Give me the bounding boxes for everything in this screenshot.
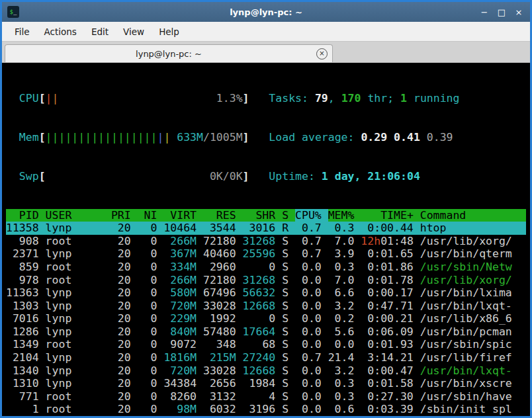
column-header-cpu[interactable]: CPU%	[295, 209, 328, 222]
tab-active[interactable]: lynp@lyn-pc: ~ ×	[5, 44, 333, 62]
process-row[interactable]: 908root200266M7218031268S0.77.012h01:48/…	[6, 235, 526, 248]
cell-shr: 31268	[243, 235, 283, 248]
menu-view[interactable]: View	[116, 23, 152, 40]
cell-virt: 720M	[163, 300, 203, 313]
cell-cmd: /sbin/init spl	[420, 403, 526, 416]
process-row[interactable]: 1310lynp2003438426561984S0.00.30:01.58/u…	[6, 377, 526, 390]
menu-actions[interactable]: Actions	[37, 23, 84, 40]
menu-file[interactable]: File	[7, 23, 37, 40]
cell-mem: 3.2	[328, 300, 361, 313]
mem-meter-open-bracket: [	[39, 131, 46, 144]
column-header-time[interactable]: TIME+	[361, 209, 420, 222]
process-row[interactable]: 2104lynp2001816M215M27240S0.721.43:14.21…	[6, 351, 526, 364]
mem-bar-segment: |	[157, 131, 164, 144]
cell-user: root	[46, 261, 111, 274]
cell-cmd: /usr/bin/lxqt-	[420, 300, 526, 313]
process-row[interactable]: 2371lynp200367M4046025596S0.73.90:01.65/…	[6, 247, 526, 261]
mem-bar-segment: |	[163, 131, 170, 144]
cell-mem: 6.6	[328, 286, 361, 300]
running-count: 1	[400, 92, 407, 104]
cell-virt: 34384	[163, 377, 203, 390]
cell-s: S	[282, 247, 295, 261]
cell-shr: 4	[243, 390, 283, 403]
cell-mem: 0.3	[328, 222, 361, 235]
column-header-mem[interactable]: MEM%	[328, 209, 361, 222]
cell-cpu: 0.7	[295, 351, 328, 364]
process-row[interactable]: 11363lynp200580M6749656632S0.06.60:00.17…	[6, 286, 526, 300]
cell-time: 0:01.78	[361, 274, 420, 287]
column-header-cmd[interactable]: Command	[420, 209, 526, 222]
cell-virt: 367M	[163, 247, 203, 261]
terminal[interactable]: CPU[||1.3%] Mem[|||||||||||||||||||633M/…	[2, 63, 530, 416]
cell-cmd: /usr/bin/qterm	[420, 247, 526, 261]
cell-time: 0:00.21	[361, 312, 420, 325]
process-row-selected[interactable]: 11358lynp2001046435443016R0.70.30:00.44h…	[6, 222, 526, 235]
close-button[interactable]: ×	[514, 8, 523, 17]
threads-label: thr	[361, 92, 387, 104]
minimize-button[interactable]: −	[480, 8, 489, 17]
tasks-label: Tasks:	[269, 92, 315, 104]
cell-s: S	[282, 300, 295, 313]
cell-shr: 56632	[243, 286, 283, 300]
cell-ni: 0	[138, 222, 164, 235]
cell-user: root	[46, 338, 111, 351]
cell-cmd: /usr/bin/lxqt-	[420, 364, 526, 378]
cell-cmd: /usr/lib/xorg/	[420, 274, 526, 287]
process-row[interactable]: 771root200826031324S0.00.30:27.30/usr/sb…	[6, 390, 526, 403]
column-header-shr[interactable]: SHR	[243, 209, 283, 222]
column-header-res[interactable]: RES	[203, 209, 243, 222]
cell-ni: 0	[138, 261, 164, 274]
process-row[interactable]: 1286lynp200840M5748017664S0.05.60:06.09/…	[6, 325, 526, 339]
cell-pri: 20	[111, 261, 138, 274]
cell-pri: 20	[111, 403, 138, 416]
maximize-button[interactable]: □	[497, 8, 506, 17]
column-header-pri[interactable]: PRI	[111, 209, 138, 222]
cpu-meter: CPU[||1.3%]	[6, 92, 249, 105]
cell-ni: 0	[138, 274, 164, 287]
menu-help[interactable]: Help	[152, 23, 187, 40]
tab-close-icon[interactable]: ×	[316, 48, 328, 60]
title-bar[interactable]: $_ lynp@lyn-pc: ~ − □ ×	[2, 2, 530, 22]
menu-edit[interactable]: Edit	[84, 23, 116, 40]
cell-user: lynp	[46, 377, 111, 390]
cell-ni: 0	[138, 286, 164, 300]
cell-pid: 1303	[6, 300, 46, 313]
cell-mem: 0.6	[328, 403, 361, 416]
column-header-virt[interactable]: VIRT	[163, 209, 203, 222]
process-row[interactable]: 978root200266M7218031268S0.07.00:01.78/u…	[6, 274, 526, 287]
process-row[interactable]: 1root20098M60323196S0.00.60:03.39/sbin/i…	[6, 403, 526, 416]
uptime-value: 1 day, 21:06:04	[322, 170, 420, 183]
process-row[interactable]: 1303lynp200720M3302812668S0.03.20:47.71/…	[6, 300, 526, 313]
cell-mem: 3.9	[328, 247, 361, 261]
tab-bar: lynp@lyn-pc: ~ ×	[2, 42, 530, 63]
column-header-user[interactable]: USER	[46, 209, 111, 222]
cell-s: S	[282, 377, 295, 390]
process-row[interactable]: 1340lynp200720M3302812668S0.03.20:00.47/…	[6, 364, 526, 378]
cell-user: lynp	[46, 286, 111, 300]
cell-cpu: 0.7	[295, 222, 328, 235]
column-header-s[interactable]: S	[282, 209, 295, 222]
cell-res: 215M	[203, 351, 243, 364]
cell-s: S	[282, 351, 295, 364]
swap-meter-value: 0K/0K	[210, 170, 243, 183]
process-row[interactable]: 1349root200907234868S0.00.00:01.93/usr/s…	[6, 338, 526, 351]
cell-cpu: 0.0	[295, 274, 328, 287]
terminal-app-icon: $_	[7, 6, 19, 18]
cell-pid: 11363	[6, 286, 46, 300]
meters: CPU[||1.3%] Mem[|||||||||||||||||||633M/…	[6, 66, 249, 209]
cell-mem: 5.6	[328, 325, 361, 339]
window-title: lynp@lyn-pc: ~	[2, 7, 530, 17]
cell-user: lynp	[46, 325, 111, 339]
mem-meter-close-bracket: ]	[243, 131, 249, 144]
mem-meter-value: 633M/1005M	[177, 131, 242, 144]
cell-mem: 0.2	[328, 312, 361, 325]
column-header-pid[interactable]: PID	[6, 209, 46, 222]
process-row[interactable]: 7016lynp200229M19920S0.00.20:00.21/usr/l…	[6, 312, 526, 325]
process-row[interactable]: 859root200334M29600S0.00.30:01.86/usr/sb…	[6, 261, 526, 274]
column-header-ni[interactable]: NI	[138, 209, 164, 222]
process-list: 11358lynp2001046435443016R0.70.30:00.44h…	[6, 222, 526, 416]
cell-cpu: 0.7	[295, 235, 328, 248]
load-2: 0.41	[394, 131, 420, 144]
cell-virt: 10464	[163, 222, 203, 235]
swap-meter-open-bracket: [	[39, 170, 46, 183]
